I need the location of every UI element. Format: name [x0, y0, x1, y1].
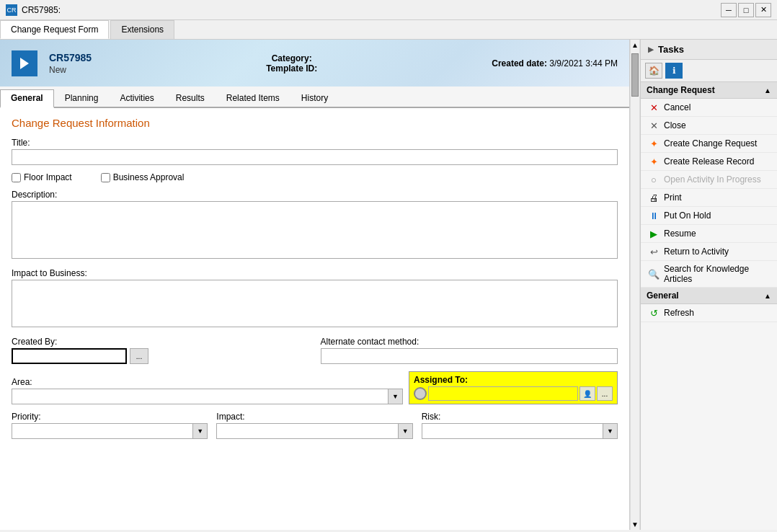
minimize-button[interactable]: ─ [721, 3, 737, 17]
menu-item-cancel[interactable]: ✕ Cancel [641, 99, 777, 117]
description-field-row: Description: [12, 190, 618, 261]
menu-item-put-on-hold[interactable]: ⏸ Put On Hold [641, 207, 777, 225]
created-by-col: Created By: ... [12, 337, 309, 364]
title-field-row: Title: [12, 138, 618, 165]
tab-extensions[interactable]: Extensions [110, 20, 174, 39]
menu-item-print[interactable]: 🖨 Print [641, 189, 777, 207]
header-center-block: Category: Template ID: [103, 53, 480, 74]
cancel-icon: ✕ [648, 102, 660, 113]
tab-results[interactable]: Results [165, 89, 216, 107]
alt-contact-col: Alternate contact method: [321, 337, 618, 364]
main-scrollbar[interactable]: ▲ ▼ [630, 40, 640, 530]
close-button[interactable]: ✕ [755, 3, 771, 17]
assigned-to-label: Assigned To: [414, 375, 613, 385]
tab-general[interactable]: General [0, 89, 54, 108]
tab-history[interactable]: History [290, 89, 339, 107]
floor-impact-checkbox[interactable] [12, 173, 21, 182]
assigned-to-inner: 👤 ... [414, 386, 613, 401]
print-icon: 🖨 [648, 192, 660, 203]
business-approval-label: Business Approval [113, 172, 185, 182]
impact-dropdown-arrow[interactable]: ▼ [398, 424, 412, 438]
create-release-record-icon: ✦ [648, 156, 660, 167]
impact-select[interactable]: ▼ [216, 423, 412, 439]
risk-input[interactable] [422, 424, 603, 438]
create-release-record-label: Create Release Record [664, 156, 754, 167]
impact-field-col: Impact: ▼ [216, 412, 412, 439]
tab-activities[interactable]: Activities [109, 89, 164, 107]
area-input[interactable] [12, 389, 388, 404]
assigned-to-input[interactable] [428, 386, 578, 401]
alt-contact-input[interactable] [321, 348, 618, 364]
app-icon: CR [6, 4, 17, 16]
create-change-request-icon: ✦ [648, 138, 660, 149]
menu-item-close[interactable]: ✕ Close [641, 117, 777, 135]
tasks-arrow: ▶ [648, 45, 654, 53]
maximize-button[interactable]: □ [738, 3, 754, 17]
created-by-button[interactable]: ... [130, 348, 148, 364]
change-request-section-header[interactable]: Change Request ▲ [641, 82, 777, 99]
risk-select[interactable]: ▼ [422, 423, 618, 439]
priority-select[interactable]: ▼ [12, 423, 208, 439]
risk-col: Risk: ▼ [422, 412, 618, 439]
checkbox-row: Floor Impact Business Approval [12, 172, 618, 182]
menu-item-create-release-record[interactable]: ✦ Create Release Record [641, 153, 777, 171]
impact-business-textarea[interactable] [12, 280, 618, 327]
description-textarea[interactable] [12, 201, 618, 259]
assigned-to-more-btn[interactable]: ... [597, 386, 613, 401]
general-collapse-icon[interactable]: ▲ [764, 292, 771, 300]
area-label: Area: [12, 377, 403, 387]
priority-input[interactable] [12, 424, 192, 438]
description-label: Description: [12, 190, 618, 200]
tab-related-items[interactable]: Related Items [216, 89, 290, 107]
search-knowledge-icon: 🔍 [648, 268, 660, 280]
menu-item-refresh[interactable]: ↺ Refresh [641, 304, 777, 322]
return-to-activity-icon: ↩ [648, 246, 660, 257]
svg-marker-0 [20, 58, 29, 69]
open-activity-progress-icon: ○ [648, 174, 660, 185]
alt-contact-label: Alternate contact method: [321, 337, 618, 347]
menu-item-return-to-activity[interactable]: ↩ Return to Activity [641, 243, 777, 261]
created-by-label: Created By: [12, 337, 309, 347]
menu-item-resume[interactable]: ▶ Resume [641, 225, 777, 243]
priority-dropdown-arrow[interactable]: ▼ [192, 424, 207, 438]
area-dropdown-arrow[interactable]: ▼ [388, 389, 402, 404]
tab-change-request-form[interactable]: Change Request Form [0, 20, 109, 39]
assigned-to-person-btn[interactable]: 👤 [580, 386, 595, 401]
assigned-status-circle [414, 387, 427, 400]
create-change-request-label: Create Change Request [664, 138, 757, 148]
left-content: CR57985 New Category: Template ID: Creat… [0, 40, 630, 530]
close-icon: ✕ [648, 120, 660, 131]
return-to-activity-label: Return to Activity [664, 247, 729, 257]
business-approval-checkbox[interactable] [101, 173, 110, 182]
toolbar-info-btn[interactable]: ℹ [665, 63, 683, 79]
assigned-to-col: Assigned To: 👤 ... [409, 371, 618, 404]
menu-item-open-activity-progress: ○ Open Activity In Progress [641, 171, 777, 189]
header-right-block: Created date: 3/9/2021 3:44 PM [492, 58, 618, 68]
form-area: Change Request Information Title: Floor … [0, 108, 629, 530]
impact-business-row: Impact to Business: [12, 268, 618, 329]
area-select[interactable]: ▼ [12, 389, 403, 404]
impact-input[interactable] [217, 424, 397, 438]
menu-item-search-knowledge[interactable]: 🔍 Search for Knowledge Articles [641, 261, 777, 288]
risk-dropdown-arrow[interactable]: ▼ [603, 424, 617, 438]
floor-impact-checkbox-item: Floor Impact [12, 172, 72, 182]
tab-planning[interactable]: Planning [54, 89, 110, 107]
priority-col: Priority: ▼ [12, 412, 208, 439]
change-request-collapse-icon[interactable]: ▲ [764, 87, 771, 94]
window-title: CR57985: [22, 5, 61, 15]
close-label: Close [664, 120, 686, 130]
priority-impact-risk-row: Priority: ▼ Impact: ▼ Risk: [12, 412, 618, 439]
title-input[interactable] [12, 149, 618, 165]
created-label: Created date: [492, 58, 547, 68]
created-by-input[interactable] [12, 348, 127, 364]
category-label: Category: [272, 53, 312, 63]
section-title: Change Request Information [12, 117, 618, 129]
search-knowledge-label: Search for Knowledge Articles [664, 264, 770, 284]
change-request-section-label: Change Request [647, 85, 715, 95]
window-controls[interactable]: ─ □ ✕ [721, 3, 771, 17]
top-tab-bar: Change Request Form Extensions [0, 20, 777, 40]
general-section-header[interactable]: General ▲ [641, 288, 777, 304]
menu-item-create-change-request[interactable]: ✦ Create Change Request [641, 135, 777, 153]
header-id-block: CR57985 New [49, 52, 92, 75]
toolbar-home-btn[interactable]: 🏠 [645, 63, 662, 79]
